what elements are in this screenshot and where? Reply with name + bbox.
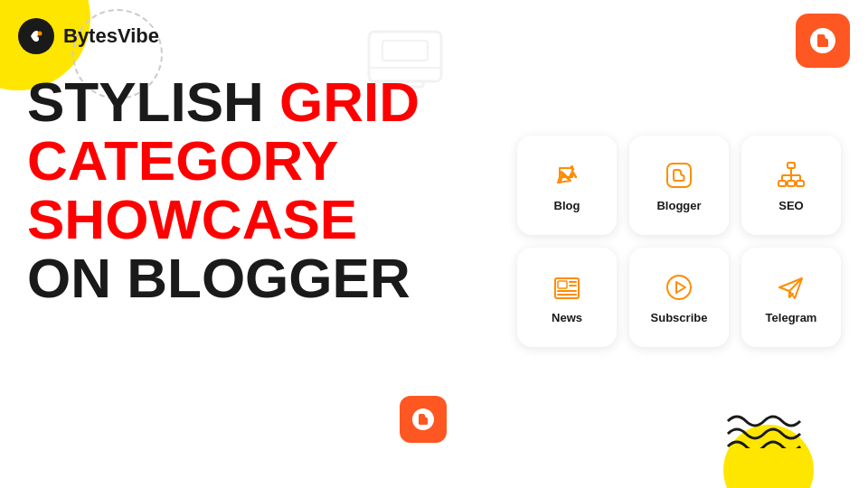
headline-stylish: STYLISH [27,70,264,133]
blogger-icon [663,159,695,192]
headline-showcase: SHOWCASE [27,190,420,249]
card-subscribe[interactable]: Subscribe [629,248,729,347]
card-news-label: News [552,311,582,324]
headline-blogger: BLOGGER [127,247,410,309]
svg-point-4 [38,32,42,36]
card-seo-label: SEO [778,199,803,212]
blog-icon [551,159,583,192]
svg-rect-10 [797,181,804,186]
card-blogger[interactable]: Blogger [629,136,729,235]
subscribe-icon [663,271,695,304]
header: BytesVibe [18,18,159,54]
svg-rect-8 [778,181,786,186]
svg-marker-23 [676,282,685,293]
card-blogger-label: Blogger [656,199,701,212]
logo-icon [18,18,54,54]
headline-category: CATEGORY [27,131,420,190]
wave-decoration [723,412,805,452]
card-blog[interactable]: Blog [517,136,617,235]
card-news[interactable]: News [517,248,617,347]
svg-rect-3 [382,41,428,61]
main-content: STYLISH GRID CATEGORY SHOWCASE ON BLOGGE… [27,72,420,307]
svg-rect-17 [558,281,567,288]
svg-point-22 [667,276,691,299]
card-blog-label: Blog [554,199,580,212]
news-icon [551,271,583,304]
category-grid: Blog Blogger SEO [517,136,841,347]
headline: STYLISH GRID CATEGORY SHOWCASE ON BLOGGE… [27,72,420,307]
svg-rect-7 [788,163,795,168]
brand-name: BytesVibe [63,24,159,48]
card-subscribe-label: Subscribe [651,311,708,324]
blogger-bottom-icon [400,396,447,443]
card-telegram-label: Telegram [766,311,817,324]
card-seo[interactable]: SEO [741,136,841,235]
headline-grid: GRID [279,70,420,133]
blogger-top-right-icon [796,14,850,68]
seo-icon [775,159,807,192]
card-telegram[interactable]: Telegram [741,248,841,347]
headline-on: ON [27,247,111,309]
svg-rect-9 [788,181,795,186]
svg-rect-6 [667,164,691,187]
telegram-icon [775,271,807,304]
